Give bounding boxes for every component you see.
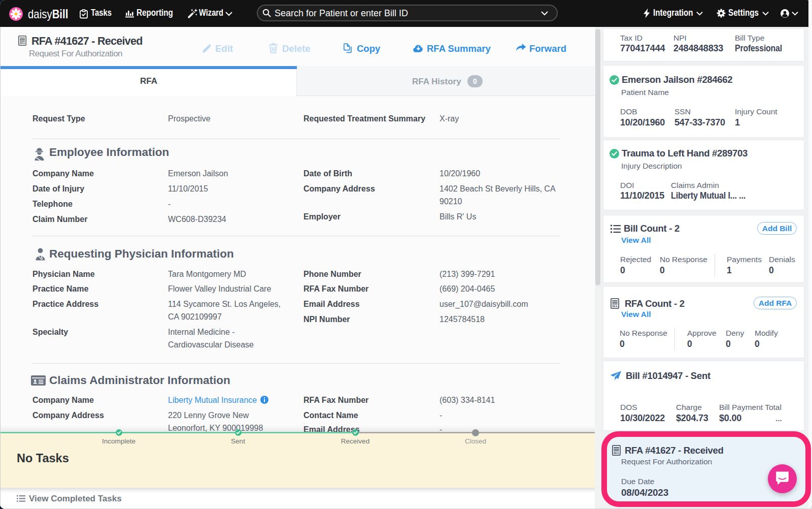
svg-text:RFA: RFA [20,42,25,45]
svg-text:RFA: RFA [612,305,618,308]
